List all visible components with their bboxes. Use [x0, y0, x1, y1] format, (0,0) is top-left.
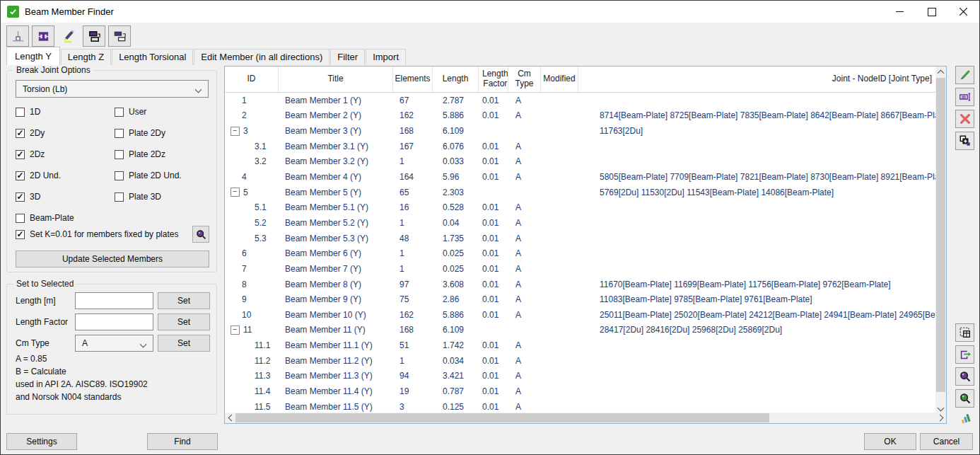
vertical-scrollbar[interactable] — [935, 67, 946, 414]
checkbox-set-k-fixed-plates[interactable]: ✓ Set K=0.01 for members fixed by plates — [16, 229, 178, 239]
copy-single-tool-button[interactable] — [108, 25, 131, 47]
break-joint-options-title: Break Joint Options — [13, 65, 93, 75]
cell-length-factor: 0.01 — [479, 384, 508, 399]
select-table-cells-button[interactable] — [955, 323, 974, 342]
beam-member-tool-button[interactable] — [32, 25, 54, 47]
horizontal-scrollbar[interactable] — [225, 413, 946, 423]
cm-type-select[interactable]: A — [75, 335, 153, 352]
scroll-left-arrow[interactable] — [225, 413, 235, 423]
column-header-joint-nodeid-joint-type[interactable]: Joint - NodeID [Joint Type] — [578, 67, 935, 92]
table-row[interactable]: −3Beam Member 3 (Y)1686.10911763[2Du] — [225, 123, 935, 139]
column-header-title[interactable]: Title — [279, 67, 393, 92]
break-joint-type-select[interactable]: Torsion (Lb) — [16, 80, 209, 98]
table-row[interactable]: 9Beam Member 9 (Y)752.860.01A11083[Beam-… — [225, 292, 935, 307]
add-member-button[interactable] — [955, 132, 974, 150]
tab-length-z[interactable]: Length Z — [61, 49, 111, 65]
table-row[interactable]: 5.2Beam Member 5.2 (Y)10.040.01A — [225, 215, 935, 231]
edit-pencil-icon — [959, 69, 972, 81]
cell-joint — [578, 154, 935, 170]
column-header-id[interactable]: ID — [225, 67, 279, 92]
vertical-scroll-thumb[interactable] — [936, 78, 945, 392]
scroll-up-arrow[interactable] — [935, 67, 946, 77]
cell-joint — [578, 338, 935, 353]
minimize-button[interactable] — [884, 1, 916, 23]
close-button[interactable] — [947, 1, 979, 23]
tab-import[interactable]: Import — [366, 49, 406, 65]
table-row[interactable]: 11.4Beam Member 11.4 (Y)190.7870.01A — [225, 384, 935, 399]
table-row[interactable]: 11.3Beam Member 11.3 (Y)943.4210.01A — [225, 369, 935, 384]
table-row[interactable]: −11Beam Member 11 (Y)1686.10928417[2Du] … — [225, 323, 935, 338]
table-row[interactable]: 5.1Beam Member 5.1 (Y)160.5280.01A — [225, 200, 935, 215]
table-row[interactable]: 11.5Beam Member 11.5 (Y)30.1250.01A — [225, 399, 935, 413]
checkbox-2dy[interactable]: ✓2Dy — [16, 128, 115, 138]
table-row[interactable]: 8Beam Member 8 (Y)973.6080.01A11670[Beam… — [225, 277, 935, 292]
cancel-button[interactable]: Cancel — [920, 433, 973, 450]
highlighter-tool-button[interactable] — [57, 25, 80, 47]
table-row[interactable]: 7Beam Member 7 (Y)10.0250.01A — [225, 261, 935, 277]
chevron-down-icon — [195, 86, 202, 93]
checkbox-plate-2dy[interactable]: Plate 2Dy — [115, 128, 206, 138]
checkbox-beam-plate[interactable]: Beam-Plate — [16, 213, 115, 223]
id-text: 6 — [242, 248, 247, 258]
break-joint-tool-button[interactable] — [6, 25, 29, 47]
update-selected-members-button[interactable]: Update Selected Members — [16, 250, 209, 267]
delete-member-button[interactable] — [955, 110, 974, 128]
edit-member-button[interactable] — [955, 66, 974, 84]
tab-filter[interactable]: Filter — [330, 49, 365, 65]
maximize-button[interactable] — [916, 1, 947, 23]
search-members-button[interactable] — [192, 226, 209, 243]
cell-length: 1.735 — [433, 231, 479, 246]
table-row[interactable]: 11.2Beam Member 11.2 (Y)10.0340.01A — [225, 353, 935, 369]
column-header-cm-type[interactable]: Cm Type — [508, 67, 541, 92]
zoom-to-selected-button[interactable] — [955, 367, 974, 386]
checkbox-plate-3d[interactable]: Plate 3D — [115, 192, 206, 202]
checkbox-user[interactable]: User — [115, 107, 206, 117]
table-row[interactable]: 11.1Beam Member 11.1 (Y)511.7420.01A — [225, 338, 935, 353]
export-table-button[interactable] — [955, 345, 974, 364]
table-row[interactable]: 1Beam Member 1 (Y)672.7870.01A — [225, 93, 935, 108]
find-button[interactable]: Find — [147, 433, 218, 450]
table-row[interactable]: 4Beam Member 4 (Y)1645.960.01A5805[Beam-… — [225, 169, 935, 185]
table-row[interactable]: 5.3Beam Member 5.3 (Y)481.7350.01A — [225, 231, 935, 246]
table-row[interactable]: 3.2Beam Member 3.2 (Y)10.0330.01A — [225, 154, 935, 170]
checkbox-1d[interactable]: 1D — [16, 107, 115, 117]
column-header-modified[interactable]: Modified — [541, 67, 578, 92]
column-header-elements[interactable]: Elements — [393, 67, 433, 92]
tab-length-y[interactable]: Length Y — [6, 47, 60, 65]
cell-title: Beam Member 1 (Y) — [279, 93, 393, 108]
checkbox-box — [115, 108, 124, 117]
show-chart-button[interactable] — [955, 409, 974, 427]
checkbox-plate-2d-und[interactable]: Plate 2D Und. — [115, 171, 206, 180]
zoom-to-found-button[interactable] — [955, 389, 974, 408]
checkbox-plate-2dz[interactable]: Plate 2Dz — [115, 149, 206, 159]
tab-length-torsional[interactable]: Length Torsional — [112, 49, 193, 65]
checkbox-3d[interactable]: ✓3D — [16, 192, 115, 202]
checkbox-2dz[interactable]: ✓2Dz — [16, 149, 115, 159]
set-cm-type-button[interactable]: Set — [158, 335, 210, 352]
checkbox-2d-und[interactable]: ✓2D Und. — [16, 171, 115, 180]
settings-button[interactable]: Settings — [6, 433, 77, 450]
rename-member-button[interactable] — [955, 88, 974, 106]
collapse-icon[interactable]: − — [231, 127, 240, 136]
table-row[interactable]: −5Beam Member 5 (Y)652.3035769[2Du] 1153… — [225, 185, 935, 200]
set-length-m-button[interactable]: Set — [158, 292, 210, 309]
set-length-factor-button[interactable]: Set — [158, 313, 210, 330]
scroll-right-arrow[interactable] — [935, 413, 946, 423]
cell-joint — [578, 93, 935, 108]
column-header-length[interactable]: Length — [433, 67, 479, 92]
collapse-icon[interactable]: − — [231, 188, 240, 197]
table-row[interactable]: 6Beam Member 6 (Y)10.0250.01A — [225, 246, 935, 261]
horizontal-scroll-thumb[interactable] — [235, 413, 769, 422]
tab-edit-member-in-all-directions[interactable]: Edit Member (in all directions) — [194, 49, 329, 65]
copy-stack-tool-button[interactable] — [83, 25, 105, 47]
column-header-length-factor[interactable]: Length Factor — [479, 67, 508, 92]
ok-button[interactable]: OK — [864, 433, 916, 450]
table-row[interactable]: 2Beam Member 2 (Y)1625.8860.01A8714[Beam… — [225, 108, 935, 124]
length-factor-input[interactable] — [75, 313, 153, 330]
table-row[interactable]: 10Beam Member 10 (Y)1625.8860.01A25011[B… — [225, 307, 935, 323]
cell-joint — [578, 353, 935, 369]
collapse-icon[interactable]: − — [231, 326, 240, 335]
table-row[interactable]: 3.1Beam Member 3.1 (Y)1676.0760.01A — [225, 139, 935, 154]
cell-modified — [541, 169, 578, 185]
length-m-input[interactable] — [75, 292, 153, 309]
